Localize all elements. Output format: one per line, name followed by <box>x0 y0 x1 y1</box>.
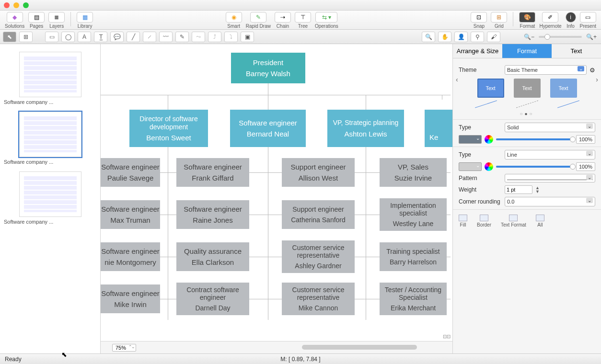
copy-style-row: Fill Border Text Format All <box>459 215 595 228</box>
corner-select[interactable]: 0.0 <box>505 197 595 206</box>
org-box[interactable]: Software engineer Bernard Neal <box>230 110 306 147</box>
org-box[interactable]: Software engineernie Montgomery <box>101 242 160 271</box>
copy-fill[interactable]: Fill <box>459 215 467 228</box>
stroke-opacity-value[interactable]: 100% <box>576 162 595 171</box>
fill-type-select[interactable]: Solid <box>505 123 595 132</box>
org-box[interactable]: Support engineerCatherina Sanford <box>282 200 355 229</box>
copy-border[interactable]: Border <box>477 215 491 228</box>
stroke-color-swatch[interactable] <box>459 162 482 171</box>
color-wheel-icon[interactable] <box>485 162 493 171</box>
org-name: Barney Walsh <box>246 69 290 78</box>
org-role: VP, Strategic planning <box>333 119 399 127</box>
org-box[interactable]: Customer service representativeAshley Ga… <box>282 240 355 273</box>
org-box[interactable]: Software engineerMike Irwin <box>101 284 160 313</box>
page-thumb-3[interactable] <box>19 171 81 217</box>
org-name: Benton Sweet <box>146 134 191 142</box>
canvas-footer: 75% <box>101 341 452 353</box>
stroke-type-select[interactable]: Line <box>505 150 595 159</box>
stepper-icon[interactable]: ▲▼ <box>535 186 540 193</box>
org-box[interactable]: Customer service representativeMike Cann… <box>282 283 355 315</box>
org-box[interactable]: Software engineerRaine Jones <box>176 200 249 229</box>
org-box[interactable]: Implementation specialistWestley Lane <box>380 198 447 231</box>
divider <box>453 209 601 210</box>
fill-color-swatch[interactable] <box>459 135 482 144</box>
zoom-select[interactable]: 75% <box>112 344 136 352</box>
chevron-left-icon[interactable]: ‹ <box>456 76 458 83</box>
status-bar: Ready M: [ 0.89, 7.84 ] <box>0 353 601 364</box>
org-box[interactable]: Training specialistBarry Harrelson <box>380 242 447 271</box>
org-role: Director of software development <box>129 115 208 131</box>
org-box[interactable]: Contract software engineerDarnell Day <box>176 283 249 315</box>
connector <box>442 95 442 100</box>
window-titlebar: Software Company Org Chart - Software co… <box>0 0 601 11</box>
zoom-slider[interactable] <box>539 36 582 38</box>
connector <box>101 95 451 95</box>
copy-textformat[interactable]: Text Format <box>501 215 526 228</box>
chevron-right-icon[interactable]: › <box>596 76 598 83</box>
org-box[interactable]: VP, Strategic planning Ashton Lewis <box>327 110 404 147</box>
org-name: Ashton Lewis <box>344 130 387 138</box>
theme-select[interactable]: Basic Theme <box>505 65 587 75</box>
org-box[interactable]: Support engineerAllison West <box>282 158 355 187</box>
org-box[interactable]: Software engineerPaulie Savege <box>101 158 160 187</box>
horizontal-scrollbar[interactable] <box>302 345 417 350</box>
org-name: Ke <box>429 133 438 141</box>
stroke-opacity-slider[interactable] <box>496 166 573 168</box>
line-style[interactable] <box>514 100 541 108</box>
org-role: Software engineer <box>239 119 297 127</box>
org-box[interactable]: Software engineerFrank Giffard <box>176 158 249 187</box>
canvas-wrap: President Barney Walsh Director of softw… <box>101 44 452 353</box>
line-style[interactable] <box>555 100 582 108</box>
org-box[interactable]: Director of software development Benton … <box>129 110 208 147</box>
line-style[interactable] <box>473 100 499 108</box>
weight-input[interactable] <box>505 185 532 194</box>
fill-opacity-slider[interactable] <box>496 138 573 140</box>
org-name: Bernard Neal <box>247 130 289 138</box>
diagram: President Barney Walsh Director of softw… <box>101 44 452 341</box>
weight-label: Weight <box>459 186 502 193</box>
org-box[interactable]: Quality assuranceElla Clarkson <box>176 242 249 271</box>
pattern-select[interactable] <box>505 174 595 182</box>
org-box-president[interactable]: President Barney Walsh <box>231 53 305 83</box>
status-coords: M: [ 0.89, 7.84 ] <box>0 356 601 363</box>
resize-handles-icon: ⊡⊡ <box>443 334 451 339</box>
canvas[interactable]: President Barney Walsh Director of softw… <box>101 44 452 341</box>
org-box[interactable]: Software engineerMax Truman <box>101 200 160 229</box>
org-box[interactable]: Tester / Accounting SpecialistErika Merc… <box>380 283 447 315</box>
copy-all[interactable]: All <box>536 215 544 228</box>
org-box[interactable]: Ke <box>425 110 452 147</box>
org-box[interactable]: VP, SalesSuzie Irvine <box>380 158 447 187</box>
page-name-3: Software company ... <box>3 219 97 225</box>
corner-label: Corner rounding <box>459 198 502 205</box>
pattern-label: Pattern <box>459 175 502 182</box>
connector <box>268 83 268 95</box>
org-role: President <box>253 58 283 67</box>
line-presets <box>459 100 595 108</box>
